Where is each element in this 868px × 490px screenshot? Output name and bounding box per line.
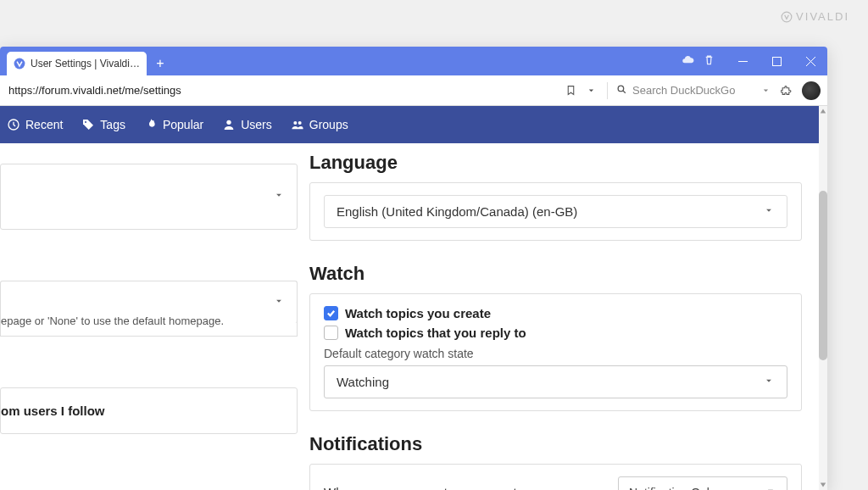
search-engine-box[interactable]: Search DuckDuckGo (616, 84, 773, 97)
browser-window: User Settings | Vivaldi Forum + https://… (0, 47, 827, 490)
window-controls (682, 47, 827, 75)
tab-title: User Settings | Vivaldi Forum (31, 58, 140, 70)
homepage-help-text: epage or 'None' to use the default homep… (0, 306, 298, 337)
follow-users-option[interactable]: om users I follow (0, 387, 298, 434)
scroll-up-button[interactable] (819, 106, 827, 116)
page-viewport: Recent Tags Popular Users Groups (0, 106, 819, 490)
fire-icon (144, 118, 158, 131)
search-placeholder: Search DuckDuckGo (632, 84, 735, 97)
upvote-notif-row: When someone upvotes your post Notificat… (324, 476, 787, 490)
svg-point-8 (293, 121, 297, 125)
svg-rect-3 (772, 57, 781, 65)
nav-tags[interactable]: Tags (81, 118, 125, 131)
extensions-icon[interactable] (778, 85, 793, 96)
watch-reply-label: Watch topics that you reply to (345, 326, 526, 340)
chevron-down-icon[interactable] (583, 85, 598, 96)
nav-popular[interactable]: Popular (144, 118, 203, 131)
svg-point-1 (14, 58, 25, 70)
watch-create-checkbox[interactable] (324, 306, 338, 320)
default-watch-label: Default category watch state (324, 347, 787, 360)
watch-card: Watch topics you create Watch topics tha… (309, 293, 802, 411)
language-select[interactable]: English (United Kingdom/Canada) (en-GB) (324, 195, 787, 228)
nav-users[interactable]: Users (222, 118, 272, 131)
user-icon (222, 118, 236, 131)
chevron-down-icon (763, 375, 775, 389)
svg-rect-2 (738, 61, 748, 62)
new-tab-button[interactable]: + (150, 53, 170, 74)
svg-point-4 (618, 86, 624, 92)
left-column: epage or 'None' to use the default homep… (0, 143, 309, 490)
left-select-1[interactable] (0, 164, 298, 230)
bookmark-icon[interactable] (563, 85, 578, 96)
separator (607, 82, 608, 99)
upvote-notif-value: Notification Only (629, 486, 715, 491)
users-icon (291, 118, 304, 131)
scrollbar-thumb[interactable] (819, 191, 827, 360)
watch-create-checkbox-row: Watch topics you create (324, 306, 787, 320)
minimize-button[interactable] (726, 47, 760, 75)
svg-point-7 (227, 120, 231, 125)
chevron-down-icon (765, 485, 776, 490)
chevron-down-icon (758, 85, 773, 96)
tab-strip: User Settings | Vivaldi Forum + (0, 47, 827, 75)
vivaldi-favicon-icon (14, 58, 25, 70)
scroll-down-button[interactable] (819, 480, 827, 490)
watch-heading: Watch (309, 263, 802, 285)
nav-recent[interactable]: Recent (7, 118, 63, 131)
search-icon (616, 84, 627, 97)
forum-topnav: Recent Tags Popular Users Groups (0, 106, 819, 143)
language-heading: Language (309, 152, 802, 174)
watermark-text: VIVALDI (796, 10, 849, 23)
settings-content: epage or 'None' to use the default homep… (0, 143, 819, 490)
svg-point-9 (298, 121, 301, 125)
cloud-icon[interactable] (682, 53, 694, 70)
language-value: English (United Kingdom/Canada) (en-GB) (337, 204, 577, 219)
url-field[interactable]: https://forum.vivaldi.net/me/settings (7, 84, 558, 97)
chevron-down-icon (273, 189, 285, 204)
maximize-button[interactable] (760, 47, 793, 75)
address-bar: https://forum.vivaldi.net/me/settings Se… (0, 75, 827, 106)
watch-reply-checkbox-row: Watch topics that you reply to (324, 326, 787, 340)
watch-reply-checkbox[interactable] (324, 326, 338, 340)
svg-point-6 (85, 121, 86, 123)
profile-avatar[interactable] (802, 81, 821, 100)
default-watch-value: Watching (337, 375, 389, 389)
svg-point-0 (782, 12, 792, 22)
close-button[interactable] (793, 47, 827, 75)
upvote-notif-select[interactable]: Notification Only (618, 476, 787, 490)
watch-create-label: Watch topics you create (345, 306, 491, 320)
tag-icon (81, 118, 95, 131)
right-column: Language English (United Kingdom/Canada)… (309, 143, 819, 490)
upvote-notif-label: When someone upvotes your post (324, 485, 517, 490)
chevron-down-icon (763, 204, 775, 219)
notifications-card: When someone upvotes your post Notificat… (309, 464, 802, 490)
chevron-down-icon (273, 295, 285, 310)
default-watch-select[interactable]: Watching (324, 365, 787, 398)
vivaldi-watermark: VIVALDI (781, 10, 849, 23)
active-tab[interactable]: User Settings | Vivaldi Forum (7, 52, 147, 75)
notifications-heading: Notifications (309, 433, 802, 455)
language-card: English (United Kingdom/Canada) (en-GB) (309, 182, 802, 241)
vertical-scrollbar (819, 106, 827, 490)
nav-groups[interactable]: Groups (291, 118, 348, 131)
trash-icon[interactable] (703, 53, 715, 70)
clock-icon (7, 118, 20, 131)
